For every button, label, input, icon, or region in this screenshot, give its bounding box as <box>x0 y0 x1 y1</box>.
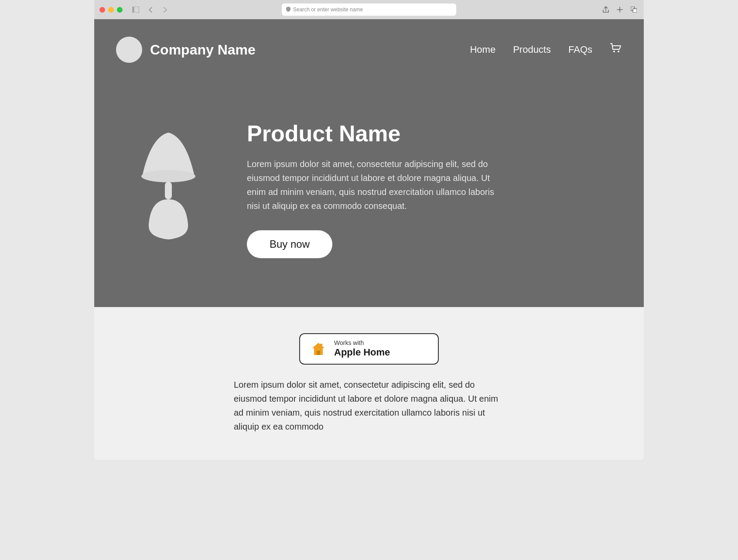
product-image <box>116 120 221 259</box>
website-content: Company Name Home Products FAQs <box>94 19 644 460</box>
browser-window: Search or enter website name <box>94 0 644 460</box>
navbar: Company Name Home Products FAQs <box>94 19 644 80</box>
nav-products-link[interactable]: Products <box>513 44 551 55</box>
company-logo <box>116 37 142 63</box>
browser-navigation <box>130 5 171 14</box>
tabs-button[interactable] <box>629 5 639 14</box>
nav-brand: Company Name <box>116 37 256 63</box>
close-button[interactable] <box>99 7 105 13</box>
browser-actions <box>601 5 639 14</box>
below-fold-section: Works with Apple Home Lorem ipsum dolor … <box>94 307 644 460</box>
traffic-lights <box>99 7 123 13</box>
svg-rect-7 <box>165 182 172 199</box>
apple-home-icon <box>309 339 328 359</box>
apple-home-works-with: Works with <box>334 339 390 347</box>
nav-faqs-link[interactable]: FAQs <box>568 44 592 55</box>
shield-icon <box>286 7 290 13</box>
svg-rect-1 <box>132 7 134 13</box>
share-button[interactable] <box>601 5 611 14</box>
apple-home-text-block: Works with Apple Home <box>334 339 390 358</box>
sidebar-toggle-button[interactable] <box>130 5 142 14</box>
product-description: Lorem ipsum dolor sit amet, consectetur … <box>247 157 509 213</box>
address-bar[interactable]: Search or enter website name <box>282 3 456 16</box>
svg-point-4 <box>613 51 615 52</box>
nav-links: Home Products FAQs <box>470 42 622 58</box>
svg-rect-9 <box>317 351 320 355</box>
svg-point-6 <box>141 170 195 182</box>
browser-titlebar: Search or enter website name <box>94 0 644 19</box>
address-bar-text: Search or enter website name <box>293 7 363 13</box>
new-tab-button[interactable] <box>615 5 625 14</box>
nav-home-link[interactable]: Home <box>470 44 495 55</box>
apple-home-badge: Works with Apple Home <box>299 333 439 365</box>
minimize-button[interactable] <box>108 7 114 13</box>
svg-point-5 <box>618 51 619 52</box>
back-button[interactable] <box>144 5 157 14</box>
company-name: Company Name <box>150 42 256 58</box>
below-fold-description: Lorem ipsum dolor sit amet, consectetur … <box>234 378 504 434</box>
svg-rect-3 <box>633 9 637 13</box>
maximize-button[interactable] <box>117 7 123 13</box>
cart-icon[interactable] <box>610 42 622 58</box>
hero-section: Product Name Lorem ipsum dolor sit amet,… <box>94 80 644 307</box>
svg-rect-10 <box>320 344 322 347</box>
product-title: Product Name <box>247 120 622 147</box>
buy-now-button[interactable]: Buy now <box>247 230 332 258</box>
forward-button[interactable] <box>159 5 171 14</box>
apple-home-name: Apple Home <box>334 347 390 358</box>
hero-content: Product Name Lorem ipsum dolor sit amet,… <box>247 120 622 258</box>
